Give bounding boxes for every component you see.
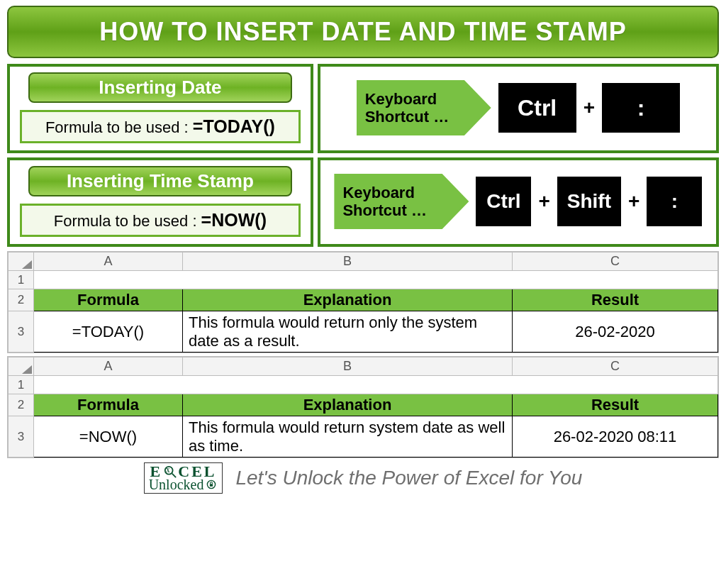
svg-rect-4 <box>210 484 213 487</box>
row-header: 2 <box>9 394 34 416</box>
date-left-panel: Inserting Date Formula to be used : =TOD… <box>7 64 313 153</box>
empty-cell <box>34 271 718 289</box>
row-header: 3 <box>9 311 34 353</box>
brand-text-2: Unlocked <box>149 478 204 492</box>
lock-icon <box>205 478 218 491</box>
formula-value: =TODAY() <box>193 116 275 136</box>
col-header: A <box>34 253 183 271</box>
brand-logo: E X CEL Unlocked <box>144 462 223 494</box>
cell-explanation: This formula would return system date as… <box>183 416 513 457</box>
svg-text:X: X <box>167 468 172 474</box>
shortcut-row-time: Keyboard Shortcut … Ctrl + Shift + : <box>328 174 709 230</box>
formula-label: Formula to be used : <box>45 118 193 136</box>
table-header-result: Result <box>513 394 718 416</box>
row-header: 2 <box>9 289 34 311</box>
example-sheet-now: A B C 1 2 Formula Explanation Result 3 =… <box>7 356 719 458</box>
key-ctrl: Ctrl <box>498 83 576 133</box>
table-header-explanation: Explanation <box>183 394 513 416</box>
time-left-panel: Inserting Time Stamp Formula to be used … <box>7 157 313 247</box>
plus-icon: + <box>538 190 549 213</box>
col-header: A <box>34 357 183 376</box>
empty-cell <box>34 376 718 394</box>
plus-icon: + <box>583 96 595 119</box>
col-header: B <box>183 253 513 271</box>
table-header-result: Result <box>513 289 718 311</box>
plus-icon: + <box>628 190 640 213</box>
cell-formula: =TODAY() <box>34 311 183 353</box>
table-header-formula: Formula <box>34 289 183 311</box>
row-header: 3 <box>9 416 34 457</box>
key-shift: Shift <box>557 177 621 226</box>
brand-tagline: Let's Unlock the Power of Excel for You <box>235 467 582 489</box>
select-all-corner <box>9 357 34 376</box>
section-heading-time: Inserting Time Stamp <box>28 166 291 196</box>
formula-value: =NOW() <box>201 210 267 230</box>
key-ctrl: Ctrl <box>476 177 531 226</box>
col-header: C <box>513 357 718 376</box>
cell-result: 26-02-2020 08:11 <box>513 416 718 457</box>
cell-explanation: This formula would return only the syste… <box>183 311 513 353</box>
cell-formula: =NOW() <box>34 416 183 457</box>
row-header: 1 <box>9 376 34 394</box>
cell-result: 26-02-2020 <box>513 311 718 353</box>
select-all-corner <box>9 253 34 271</box>
formula-label: Formula to be used : <box>54 212 201 230</box>
section-inserting-timestamp: Inserting Time Stamp Formula to be used … <box>7 157 719 247</box>
key-colon: : <box>602 83 680 133</box>
time-right-panel: Keyboard Shortcut … Ctrl + Shift + : <box>318 157 719 247</box>
formula-box-date: Formula to be used : =TODAY() <box>20 110 301 143</box>
keyboard-shortcut-label: Keyboard Shortcut … <box>357 80 491 136</box>
col-header: B <box>183 357 513 376</box>
table-header-formula: Formula <box>34 394 183 416</box>
shortcut-row-date: Keyboard Shortcut … Ctrl + : <box>328 80 709 136</box>
formula-box-time: Formula to be used : =NOW() <box>20 204 301 237</box>
table-header-explanation: Explanation <box>183 289 513 311</box>
section-inserting-date: Inserting Date Formula to be used : =TOD… <box>7 64 719 153</box>
col-header: C <box>513 253 718 271</box>
keyboard-shortcut-label: Keyboard Shortcut … <box>334 174 469 230</box>
section-heading-date: Inserting Date <box>28 72 291 103</box>
date-right-panel: Keyboard Shortcut … Ctrl + : <box>318 64 719 153</box>
example-sheet-today: A B C 1 2 Formula Explanation Result 3 =… <box>7 251 719 353</box>
key-colon: : <box>647 177 702 226</box>
footer: E X CEL Unlocked Let's Unlock the Power … <box>7 462 719 494</box>
page-title: HOW TO INSERT DATE AND TIME STAMP <box>7 6 719 58</box>
row-header: 1 <box>9 271 34 289</box>
